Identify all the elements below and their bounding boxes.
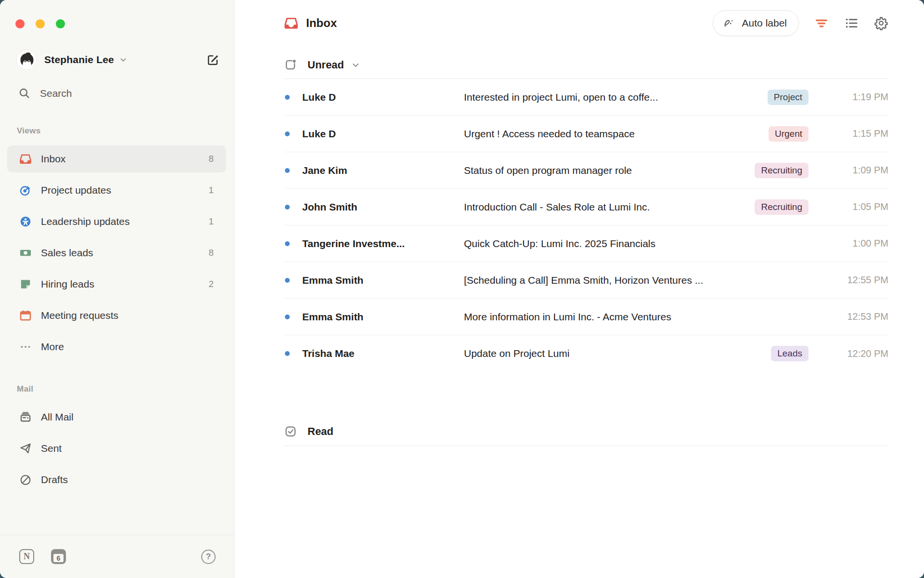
email-sender: Luke D (302, 128, 447, 140)
email-subject: Status of open program manager role (464, 165, 743, 176)
all-mail-icon (19, 411, 32, 423)
email-time: 12:55 PM (821, 275, 888, 286)
views-section-header: Views (17, 126, 234, 136)
email-subject: More information in Lumi Inc. - Acme Ven… (464, 311, 808, 323)
email-row[interactable]: Tangerine Investme... Quick Catch-Up: Lu… (284, 225, 888, 262)
email-row[interactable]: Jane Kim Status of open program manager … (284, 152, 888, 189)
drafts-icon (19, 473, 32, 486)
sidebar-item-project-updates[interactable]: Project updates 1 (7, 177, 226, 204)
sidebar-item-label: Hiring leads (41, 278, 94, 290)
unread-dot (285, 351, 290, 356)
sidebar-item-label: Project updates (41, 184, 111, 196)
sidebar-item-label: All Mail (41, 411, 74, 423)
banknote-icon (19, 247, 32, 259)
label-badge[interactable]: Urgent (769, 126, 808, 142)
sidebar-item-label: Leadership updates (41, 216, 129, 227)
window-controls (0, 0, 234, 28)
sidebar-item-sent[interactable]: Sent (7, 435, 226, 462)
sidebar-item-sales-leads[interactable]: Sales leads 8 (7, 239, 226, 266)
email-time: 1:19 PM (821, 92, 888, 103)
sidebar-item-hiring-leads[interactable]: Hiring leads 2 (7, 271, 226, 298)
label-badge[interactable]: Recruiting (755, 163, 808, 178)
inbox-tray-icon (19, 153, 32, 165)
filter-icon[interactable] (814, 16, 829, 30)
email-sender: Jane Kim (302, 165, 447, 176)
send-icon (19, 442, 32, 455)
email-row[interactable]: Emma Smith More information in Lumi Inc.… (284, 299, 888, 335)
unread-count: 1 (208, 216, 214, 227)
person-circle-icon (19, 215, 32, 228)
sidebar-item-all-mail[interactable]: All Mail (7, 404, 226, 431)
search-icon (18, 87, 30, 99)
label-badge[interactable]: Recruiting (755, 199, 808, 215)
email-sender: John Smith (302, 201, 447, 213)
email-subject: Urgent ! Access needed to teamspace (464, 128, 757, 140)
sidebar-item-label: More (41, 341, 64, 353)
list-view-icon[interactable] (844, 16, 859, 30)
unread-dot (285, 95, 290, 100)
user-name: Stephanie Lee (44, 54, 114, 66)
search-button[interactable]: Search (18, 87, 222, 99)
email-time: 1:05 PM (821, 201, 888, 212)
unread-dot (285, 205, 290, 210)
auto-label-button-label: Auto label (742, 17, 787, 29)
email-time: 12:20 PM (821, 348, 888, 359)
sidebar-item-label: Sent (41, 443, 62, 454)
unread-section-header[interactable]: Unread (284, 51, 888, 79)
calendar-icon (19, 309, 32, 322)
email-time: 1:15 PM (821, 128, 888, 139)
email-row[interactable]: John Smith Introduction Call - Sales Rol… (284, 189, 888, 225)
notion-app-icon[interactable]: N (19, 549, 34, 564)
email-subject: [Scheduling a Call] Emma Smith, Horizon … (464, 275, 808, 286)
label-badge[interactable]: Project (768, 90, 808, 105)
sidebar-item-drafts[interactable]: Drafts (7, 466, 226, 493)
inbox-tray-icon (284, 16, 298, 30)
close-window-button[interactable] (15, 19, 25, 28)
calendar-app-icon[interactable]: 6 (51, 549, 66, 564)
target-icon (19, 184, 32, 197)
read-section-header[interactable]: Read (284, 417, 888, 446)
account-switcher[interactable]: Stephanie Lee (16, 50, 219, 70)
sidebar-item-label: Drafts (41, 474, 68, 486)
minimize-window-button[interactable] (36, 19, 45, 28)
sidebar-item-inbox[interactable]: Inbox 8 (7, 145, 226, 172)
app-window: Stephanie Lee Search Views (0, 0, 924, 578)
email-subject: Introduction Call - Sales Role at Lumi I… (464, 201, 743, 213)
read-section-label: Read (308, 425, 334, 438)
sidebar-item-meeting-requests[interactable]: Meeting requests (7, 302, 226, 329)
unread-count: 8 (208, 248, 214, 258)
unread-section-label: Unread (308, 59, 344, 71)
sidebar-footer: N 6 ? (0, 535, 234, 578)
unread-count: 1 (208, 185, 214, 196)
settings-gear-icon[interactable] (874, 16, 888, 30)
email-row[interactable]: Luke D Urgent ! Access needed to teamspa… (284, 116, 888, 152)
compose-button[interactable] (206, 53, 219, 66)
email-time: 12:53 PM (821, 311, 888, 322)
views-list: Inbox 8 Project updates 1 (0, 145, 234, 360)
avatar (16, 50, 37, 70)
label-badge[interactable]: Leads (771, 346, 808, 361)
auto-label-button[interactable]: Auto label (713, 10, 799, 36)
page-title: Inbox (306, 16, 337, 30)
email-time: 1:09 PM (821, 165, 888, 176)
sidebar-item-leadership-updates[interactable]: Leadership updates 1 (7, 208, 226, 235)
unread-dot (285, 168, 290, 173)
email-sender: Trisha Mae (302, 348, 447, 359)
help-button[interactable]: ? (201, 550, 216, 564)
zoom-window-button[interactable] (56, 19, 65, 28)
email-sender: Tangerine Investme... (302, 238, 447, 250)
sidebar-item-label: Sales leads (41, 247, 93, 259)
main-panel: Inbox Auto label (234, 0, 924, 578)
email-row[interactable]: Luke D Interested in project Lumi, open … (284, 79, 888, 116)
email-sender: Luke D (302, 92, 447, 103)
email-sender: Emma Smith (302, 275, 447, 286)
email-row[interactable]: Emma Smith [Scheduling a Call] Emma Smit… (284, 262, 888, 299)
sidebar-item-more[interactable]: More (7, 333, 226, 360)
sidebar-item-label: Inbox (41, 153, 65, 165)
email-subject: Update on Project Lumi (464, 348, 759, 359)
chevron-down-icon (351, 60, 360, 70)
email-row[interactable]: Trisha Mae Update on Project Lumi Leads … (284, 335, 888, 372)
main-header: Inbox Auto label (284, 0, 888, 46)
unread-dot (285, 278, 290, 283)
email-subject: Interested in project Lumi, open to a co… (464, 92, 756, 103)
